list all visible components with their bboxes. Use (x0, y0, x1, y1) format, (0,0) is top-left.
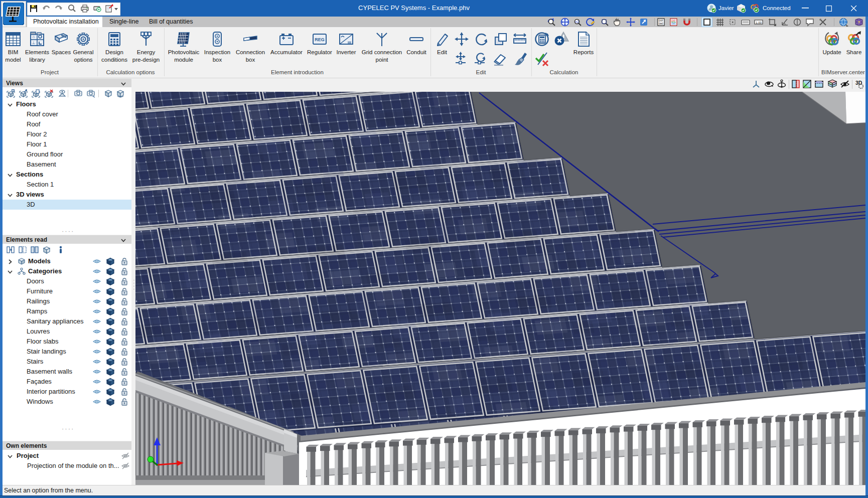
svg-text:?: ? (858, 20, 860, 25)
svg-text:DWG: DWG (659, 23, 663, 26)
svg-text:⊥: ⊥ (32, 41, 36, 45)
svg-text:REG: REG (315, 37, 325, 42)
svg-text:×2: ×2 (575, 20, 579, 24)
svg-text:1.00: 1.00 (756, 21, 762, 24)
svg-text:DWG: DWG (671, 23, 676, 26)
svg-text:3D: 3D (855, 80, 862, 86)
svg-text:⌂: ⌂ (33, 35, 35, 39)
